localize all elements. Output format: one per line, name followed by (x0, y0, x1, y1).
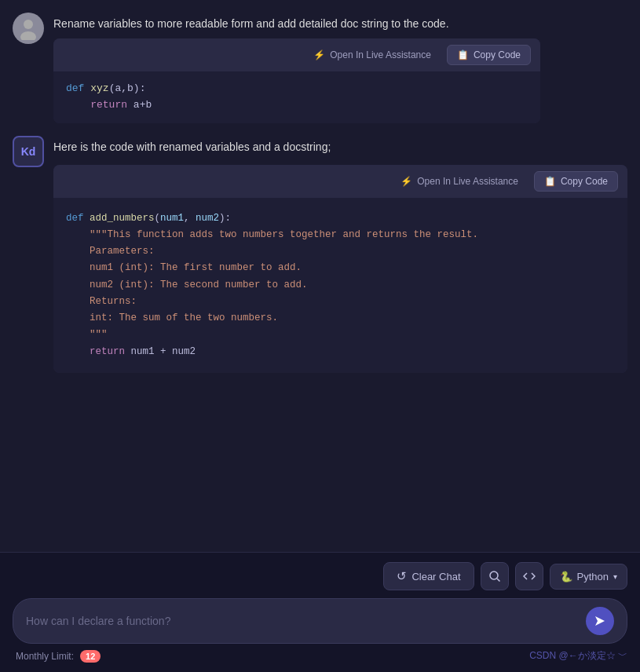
search-icon (488, 570, 501, 583)
watermark: CSDN @←か淡定☆ ﹀ (529, 649, 627, 663)
code-line: int: The sum of the two numbers. (66, 310, 615, 327)
send-icon (594, 615, 606, 627)
user-code-block: ⚡ Open In Live Assistance 📋 Copy Code de… (53, 38, 540, 123)
message-user: Rename variables to more readable form a… (13, 13, 627, 123)
send-button[interactable] (586, 607, 614, 635)
svg-point-2 (490, 572, 498, 579)
code-line: num2 (int): The second number to add. (66, 277, 615, 294)
messages-area: Rename variables to more readable form a… (0, 0, 640, 552)
copy-icon-ai: 📋 (544, 176, 556, 187)
ai-open-live-btn[interactable]: ⚡ Open In Live Assistance (391, 172, 528, 191)
user-copy-code-btn[interactable]: 📋 Copy Code (447, 45, 531, 65)
user-avatar (13, 13, 44, 44)
code-line: """ (66, 327, 615, 343)
live-icon: ⚡ (313, 49, 325, 60)
language-selector[interactable]: 🐍 Python ▾ (550, 564, 627, 590)
clear-chat-button[interactable]: ↺ Clear Chat (383, 562, 474, 590)
code-line: Parameters: (66, 243, 615, 260)
svg-point-1 (20, 31, 36, 40)
refresh-icon: ↺ (397, 569, 407, 583)
copy-icon: 📋 (457, 49, 469, 60)
ai-code-block: ⚡ Open In Live Assistance 📋 Copy Code de… (53, 165, 627, 373)
toolbar-row: ↺ Clear Chat 🐍 Python ▾ (13, 562, 627, 590)
user-code-toolbar: ⚡ Open In Live Assistance 📋 Copy Code (53, 38, 540, 71)
ai-copy-code-btn[interactable]: 📋 Copy Code (534, 171, 618, 192)
chat-container: Rename variables to more readable form a… (0, 0, 640, 672)
chevron-down-icon: ▾ (613, 572, 617, 581)
python-icon: 🐍 (560, 571, 572, 583)
chat-input-row (13, 598, 627, 644)
ai-code-content: def add_numbers(num1, num2): """This fun… (53, 198, 627, 373)
code-line: num1 (int): The first number to add. (66, 260, 615, 276)
chat-input[interactable] (26, 615, 580, 627)
code-line: Returns: (66, 294, 615, 310)
search-button[interactable] (481, 562, 509, 590)
code-line: return num1 + num2 (66, 344, 615, 360)
code-line: def xyz(a,b): (66, 81, 528, 97)
monthly-limit-label: Monthly Limit: (16, 651, 74, 662)
code-line: def add_numbers(num1, num2): (66, 210, 615, 227)
ai-code-toolbar: ⚡ Open In Live Assistance 📋 Copy Code (53, 165, 627, 198)
ai-message-content: Here is the code with renamed variables … (53, 136, 627, 373)
user-open-live-btn[interactable]: ⚡ Open In Live Assistance (304, 46, 441, 64)
code-view-button[interactable] (515, 562, 543, 590)
user-message-content: Rename variables to more readable form a… (53, 13, 627, 123)
code-icon (523, 570, 536, 583)
message-ai: Kd Here is the code with renamed variabl… (13, 136, 627, 373)
user-message-text: Rename variables to more readable form a… (53, 13, 627, 35)
code-line: """This function adds two numbers togeth… (66, 227, 615, 243)
user-code-content: def xyz(a,b): return a+b (53, 71, 540, 123)
svg-line-3 (497, 579, 500, 582)
code-line: return a+b (66, 97, 528, 114)
live-icon-ai: ⚡ (400, 176, 412, 187)
svg-point-0 (24, 20, 33, 29)
monthly-limit-badge: 12 (80, 650, 101, 663)
ai-avatar: Kd (13, 136, 44, 167)
ai-message-text: Here is the code with renamed variables … (53, 136, 627, 159)
